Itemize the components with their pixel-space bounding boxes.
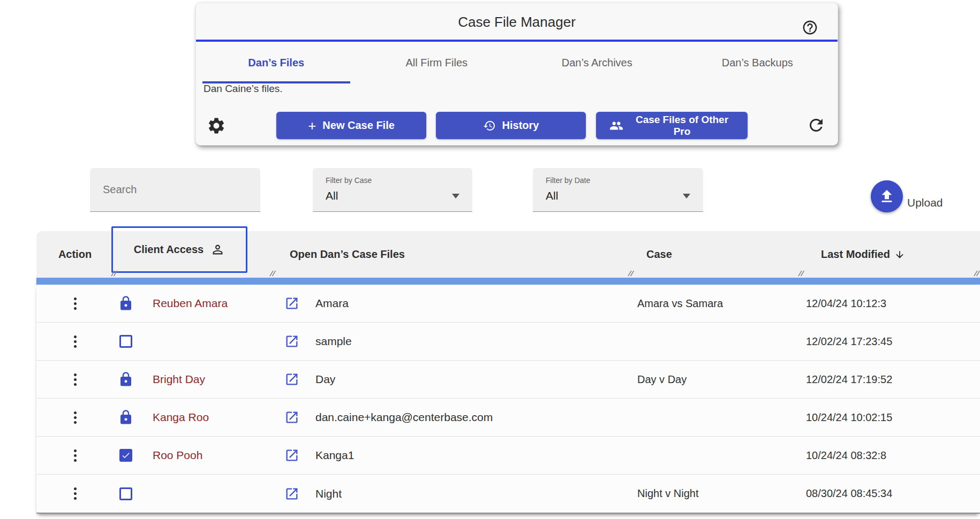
dialog-title: Case File Manager: [196, 3, 838, 40]
header-accent-bar: [36, 278, 980, 285]
history-button[interactable]: History: [436, 112, 586, 139]
case-file-cell: sample: [272, 323, 630, 360]
tab-all-firm-files[interactable]: All Firm Files: [357, 42, 517, 83]
open-in-new-icon[interactable]: [284, 448, 299, 463]
table-row: Kanga Roodan.caine+kanga@centerbase.com1…: [36, 399, 980, 437]
client-access-cell: Bright Day: [114, 361, 272, 398]
open-in-new-icon[interactable]: [284, 296, 299, 311]
column-header-client-access[interactable]: Client Access: [114, 231, 272, 278]
people-icon: [609, 119, 623, 133]
case-file-cell: Night: [272, 475, 630, 513]
client-access-checkbox-checked[interactable]: [118, 447, 134, 463]
case-file-cell: Amara: [272, 285, 630, 322]
case-file-manager-dialog: Case File Manager Dan’s Files All Firm F…: [195, 3, 838, 146]
column-resize-handle[interactable]: [627, 268, 635, 277]
help-icon[interactable]: [802, 19, 818, 36]
dialog-titlebar: Case File Manager: [196, 3, 838, 40]
case-file-cell: dan.caine+kanga@centerbase.com: [272, 399, 630, 436]
app-root: Case File Manager Dan’s Files All Firm F…: [0, 0, 980, 519]
row-menu-kebab-icon[interactable]: [71, 332, 80, 351]
tab-dans-backups[interactable]: Dan’s Backups: [677, 42, 838, 83]
sort-descending-arrow-icon: [894, 249, 905, 260]
client-name[interactable]: Bright Day: [153, 373, 205, 386]
client-name[interactable]: Roo Pooh: [153, 449, 202, 462]
client-name[interactable]: Kanga Roo: [153, 411, 209, 424]
table-row: Reuben AmaraAmaraAmara vs Samara12/04/24…: [36, 285, 980, 323]
client-name[interactable]: Reuben Amara: [153, 297, 228, 310]
last-modified-cell: 08/30/24 08:45:34: [801, 487, 980, 500]
last-modified-cell: 12/02/24 17:23:45: [801, 335, 980, 348]
settings-gear-icon[interactable]: [207, 116, 226, 135]
case-files-of-other-pro-button[interactable]: Case Files of Other Pro: [596, 112, 748, 139]
dropdown-arrow-icon: [452, 194, 459, 199]
filter-by-case-label: Filter by Case: [326, 176, 372, 185]
filter-by-case-value: All: [326, 189, 338, 202]
client-access-selection-box: Client Access: [111, 226, 247, 273]
client-access-lock-icon[interactable]: [118, 295, 134, 311]
client-access-lock-icon[interactable]: [118, 409, 134, 425]
column-resize-handle[interactable]: [797, 268, 805, 277]
case-file-cell: Kanga1: [272, 437, 630, 474]
row-menu-kebab-icon[interactable]: [71, 408, 80, 427]
search-input[interactable]: [90, 168, 260, 211]
client-access-cell: Kanga Roo: [114, 399, 272, 436]
file-name: Kanga1: [315, 449, 354, 462]
check-icon: [121, 450, 131, 461]
file-name: sample: [315, 335, 352, 348]
open-in-new-icon[interactable]: [284, 410, 299, 425]
row-menu-kebab-icon[interactable]: [71, 370, 80, 389]
open-in-new-icon[interactable]: [284, 334, 299, 349]
tab-bar: Dan’s Files All Firm Files Dan’s Archive…: [196, 42, 838, 83]
upload-label: Upload: [907, 196, 943, 209]
table-body: Reuben AmaraAmaraAmara vs Samara12/04/24…: [36, 285, 980, 514]
row-menu-kebab-icon[interactable]: [71, 294, 80, 313]
history-icon: [483, 119, 496, 132]
file-name: dan.caine+kanga@centerbase.com: [315, 411, 493, 424]
case-files-table: Action Client Access Open Dan’s Case Fil…: [36, 231, 980, 514]
new-case-file-button[interactable]: + New Case File: [276, 112, 426, 139]
filter-by-date-select[interactable]: Filter by Date All: [533, 168, 703, 212]
client-access-cell: Reuben Amara: [114, 285, 272, 322]
client-access-checkbox-unchecked[interactable]: [118, 486, 134, 502]
column-header-case[interactable]: Case: [630, 248, 801, 261]
search-field: [90, 168, 260, 212]
column-header-open-files[interactable]: Open Dan’s Case Files: [272, 248, 630, 261]
table-row: Bright DayDayDay v Day12/02/24 17:19:52: [36, 361, 980, 399]
table-row: sample12/02/24 17:23:45: [36, 323, 980, 361]
row-menu-kebab-icon[interactable]: [71, 446, 80, 465]
client-access-cell: Roo Pooh: [114, 437, 272, 474]
row-menu-kebab-icon[interactable]: [71, 484, 80, 503]
filter-by-case-select[interactable]: Filter by Case All: [313, 168, 472, 212]
tab-dans-files[interactable]: Dan’s Files: [196, 42, 357, 83]
open-in-new-icon[interactable]: [284, 372, 299, 387]
case-cell: Amara vs Samara: [630, 297, 801, 310]
refresh-icon[interactable]: [806, 116, 826, 135]
client-access-cell: [114, 323, 272, 360]
dropdown-arrow-icon: [683, 194, 690, 199]
last-modified-cell: 10/24/24 10:02:15: [801, 411, 980, 424]
client-access-checkbox-unchecked[interactable]: [118, 333, 134, 349]
tab-dans-archives[interactable]: Dan’s Archives: [517, 42, 677, 83]
column-header-action[interactable]: Action: [36, 248, 114, 261]
upload-button[interactable]: [871, 180, 903, 212]
column-resize-handle[interactable]: [268, 268, 277, 277]
case-cell: Night v Night: [630, 487, 801, 500]
last-modified-cell: 10/24/24 08:32:8: [801, 449, 980, 462]
last-modified-cell: 12/04/24 10:12:3: [801, 297, 980, 310]
column-resize-handle[interactable]: [110, 268, 118, 277]
open-in-new-icon[interactable]: [284, 486, 299, 501]
client-access-cell: [114, 475, 272, 513]
file-name: Night: [315, 487, 342, 500]
table-row: NightNight v Night08/30/24 08:45:34: [36, 475, 980, 513]
filter-by-date-value: All: [546, 189, 558, 202]
file-name: Amara: [315, 297, 349, 310]
table-row: Roo PoohKanga110/24/24 08:32:8: [36, 437, 980, 475]
table-header: Action Client Access Open Dan’s Case Fil…: [36, 231, 980, 278]
column-resize-handle[interactable]: [973, 268, 980, 277]
column-header-last-modified[interactable]: Last Modified: [801, 248, 980, 261]
file-name: Day: [315, 373, 335, 386]
client-access-lock-icon[interactable]: [118, 371, 134, 387]
upload-icon: [878, 188, 895, 205]
plus-icon: +: [308, 120, 316, 131]
person-icon: [210, 242, 225, 257]
